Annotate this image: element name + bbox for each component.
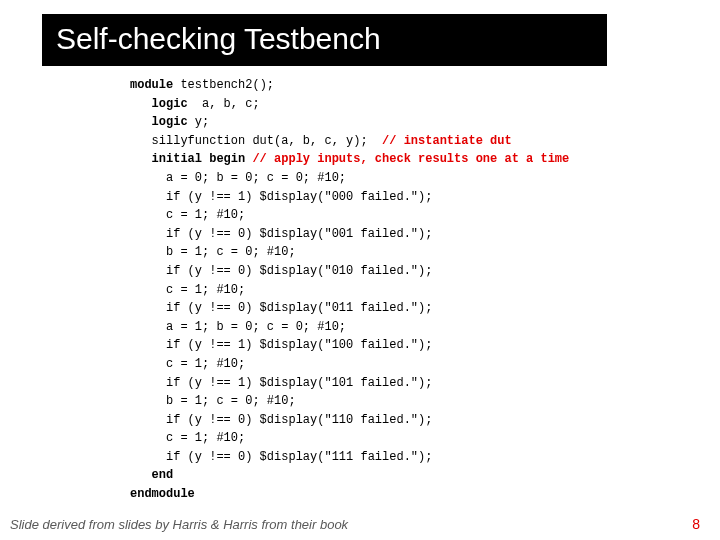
code-text: c = 1; #10; — [130, 283, 245, 297]
code-block: module testbench2(); logic a, b, c; logi… — [130, 76, 720, 504]
code-comment: // apply inputs, check results one at a … — [252, 152, 569, 166]
code-keyword: module — [130, 78, 173, 92]
code-text: a = 0; b = 0; c = 0; #10; — [130, 171, 346, 185]
code-text: if (y !== 1) $display("100 failed."); — [130, 338, 432, 352]
code-text: if (y !== 0) $display("010 failed."); — [130, 264, 432, 278]
code-text: b = 1; c = 0; #10; — [130, 245, 296, 259]
code-text: if (y !== 1) $display("101 failed."); — [130, 376, 432, 390]
code-text: c = 1; #10; — [130, 208, 245, 222]
code-text: b = 1; c = 0; #10; — [130, 394, 296, 408]
code-text: if (y !== 0) $display("001 failed."); — [130, 227, 432, 241]
code-text: c = 1; #10; — [130, 431, 245, 445]
code-text: if (y !== 0) $display("110 failed."); — [130, 413, 432, 427]
code-text: a, b, c; — [188, 97, 260, 111]
page-number: 8 — [692, 516, 700, 532]
code-text: if (y !== 0) $display("111 failed."); — [130, 450, 432, 464]
code-text: sillyfunction dut(a, b, c, y); — [130, 134, 382, 148]
code-text: y; — [188, 115, 210, 129]
code-keyword: end — [130, 468, 173, 482]
code-keyword: endmodule — [130, 487, 195, 501]
code-text: testbench2(); — [173, 78, 274, 92]
code-text: c = 1; #10; — [130, 357, 245, 371]
code-keyword: logic — [130, 115, 188, 129]
code-keyword: logic — [130, 97, 188, 111]
code-text: if (y !== 0) $display("011 failed."); — [130, 301, 432, 315]
code-keyword: initial begin — [130, 152, 252, 166]
code-text: a = 1; b = 0; c = 0; #10; — [130, 320, 346, 334]
slide-title: Self-checking Testbench — [42, 14, 607, 66]
footer-attribution: Slide derived from slides by Harris & Ha… — [10, 517, 348, 532]
code-text: if (y !== 1) $display("000 failed."); — [130, 190, 432, 204]
code-comment: // instantiate dut — [382, 134, 512, 148]
